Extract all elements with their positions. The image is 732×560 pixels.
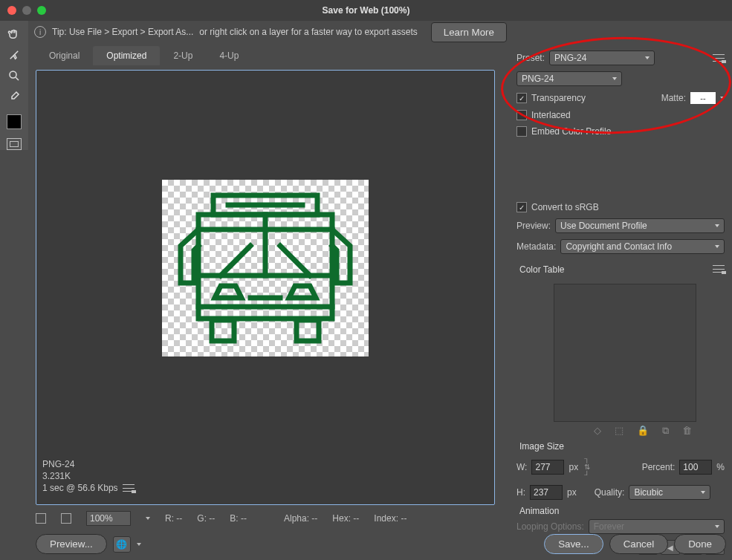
tab-optimized[interactable]: Optimized [93, 46, 160, 65]
transparency-checkbox[interactable] [516, 93, 527, 103]
matte-dropdown-icon[interactable] [720, 97, 725, 100]
slice-tool[interactable] [4, 46, 25, 64]
status-g: G: -- [197, 513, 215, 524]
loop-label: Looping Options: [516, 521, 584, 532]
dialog-footer: Preview... 🌐 Save... Cancel Done [36, 534, 726, 554]
title-bar: Save for Web (100%) [0, 0, 732, 21]
status-icon-1[interactable] [36, 513, 46, 524]
width-label: W: [516, 462, 527, 472]
tool-sidebar [0, 21, 28, 150]
ct-lock-icon[interactable]: 🔒 [637, 425, 649, 437]
width-input[interactable] [531, 460, 564, 475]
metadata-select[interactable]: Copyright and Contact Info [560, 239, 725, 254]
info-size: 3.231K [42, 470, 135, 482]
status-b: B: -- [230, 513, 247, 524]
quality-label: Quality: [595, 487, 625, 498]
hand-tool[interactable] [4, 25, 25, 43]
save-button[interactable]: Save... [544, 534, 603, 554]
matte-swatch[interactable]: -- [690, 92, 716, 104]
zoom-field[interactable]: 100% [86, 511, 131, 526]
preview-button[interactable]: Preview... [36, 534, 107, 554]
embed-profile-label: Embed Color Profile [531, 126, 611, 137]
tab-2up[interactable]: 2-Up [160, 46, 206, 65]
canvas-menu-icon[interactable] [123, 484, 135, 492]
browser-dropdown-icon[interactable] [137, 543, 141, 546]
percent-sym: % [716, 462, 725, 472]
quality-select[interactable]: Bicubic [629, 485, 710, 500]
browser-preview-icon[interactable]: 🌐 [113, 536, 131, 553]
tip-prefix: Tip: Use File > Export > Export As... [52, 27, 193, 37]
preview-select[interactable]: Use Document Profile [555, 218, 725, 233]
ct-diamond-icon[interactable]: ◇ [594, 425, 601, 437]
canvas-info: PNG-24 3.231K 1 sec @ 56.6 Kbps [42, 458, 135, 500]
ct-trash-icon[interactable]: 🗑 [682, 425, 692, 437]
preset-select[interactable]: PNG-24 [549, 51, 655, 65]
eyedropper-tool[interactable] [4, 88, 25, 105]
info-icon: i [34, 26, 46, 38]
tab-4up[interactable]: 4-Up [206, 46, 252, 65]
preset-label: Preset: [516, 53, 545, 63]
preset-menu-icon[interactable] [713, 54, 725, 62]
svg-point-0 [10, 71, 16, 78]
interlaced-label: Interlaced [531, 110, 571, 120]
matte-label: Matte: [661, 93, 686, 103]
percent-input[interactable] [679, 460, 712, 475]
convert-srgb-label: Convert to sRGB [531, 202, 599, 212]
svg-rect-9 [212, 320, 234, 341]
status-icon-2[interactable] [61, 513, 71, 524]
height-input[interactable] [530, 485, 563, 500]
percent-label: Percent: [642, 462, 676, 472]
color-table-toolbar: ◇ ⬚ 🔒 ⧉ 🗑 [516, 425, 725, 437]
height-px: px [567, 487, 577, 498]
height-label: H: [516, 487, 525, 498]
status-index: Index: -- [374, 513, 407, 524]
preview-label: Preview: [516, 221, 551, 231]
status-hex: Hex: -- [332, 513, 359, 524]
status-r: R: -- [165, 513, 182, 524]
cancel-button[interactable]: Cancel [609, 534, 669, 554]
window-title: Save for Web (100%) [0, 5, 732, 16]
tab-original[interactable]: Original [36, 46, 93, 65]
info-format: PNG-24 [42, 458, 135, 470]
loop-select: Forever [589, 519, 725, 534]
image-size-title: Image Size [519, 441, 725, 452]
metadata-label: Metadata: [516, 241, 556, 252]
settings-panel: Preset: PNG-24 PNG-24 Transparency Matte… [509, 43, 732, 560]
color-table-title: Color Table [519, 264, 564, 275]
toggle-slices-icon[interactable] [7, 138, 22, 150]
learn-more-button[interactable]: Learn More [431, 22, 507, 42]
tip-bar: i Tip: Use File > Export > Export As... … [28, 21, 732, 43]
ct-new-icon[interactable]: ⧉ [662, 425, 669, 437]
view-tabs: Original Optimized 2-Up 4-Up [28, 43, 504, 65]
color-table-menu-icon[interactable] [713, 265, 725, 273]
artwork-preview [162, 180, 369, 356]
convert-srgb-checkbox[interactable] [516, 202, 527, 212]
transparency-label: Transparency [531, 93, 586, 103]
animation-title: Animation [519, 506, 725, 516]
foreground-color-swatch[interactable] [7, 114, 22, 129]
tip-rest: or right click on a layer for a faster w… [199, 27, 417, 37]
color-table-grid [554, 284, 696, 422]
status-alpha: Alpha: -- [284, 513, 317, 524]
embed-profile-checkbox[interactable] [516, 126, 527, 137]
svg-rect-10 [297, 320, 319, 341]
status-bar: 100% R: -- G: -- B: -- Alpha: -- Hex: --… [36, 509, 502, 527]
link-dimensions-icon[interactable]: ┐⇅┘ [583, 455, 592, 479]
interlaced-checkbox[interactable] [516, 110, 527, 120]
zoom-tool[interactable] [4, 67, 25, 85]
zoom-dropdown-icon[interactable] [146, 517, 150, 520]
info-time: 1 sec @ 56.6 Kbps [42, 482, 118, 494]
ct-cube-icon[interactable]: ⬚ [615, 425, 624, 437]
format-select[interactable]: PNG-24 [516, 71, 622, 86]
done-button[interactable]: Done [674, 534, 726, 554]
width-px: px [569, 462, 578, 472]
preview-canvas[interactable]: PNG-24 3.231K 1 sec @ 56.6 Kbps [36, 70, 495, 505]
